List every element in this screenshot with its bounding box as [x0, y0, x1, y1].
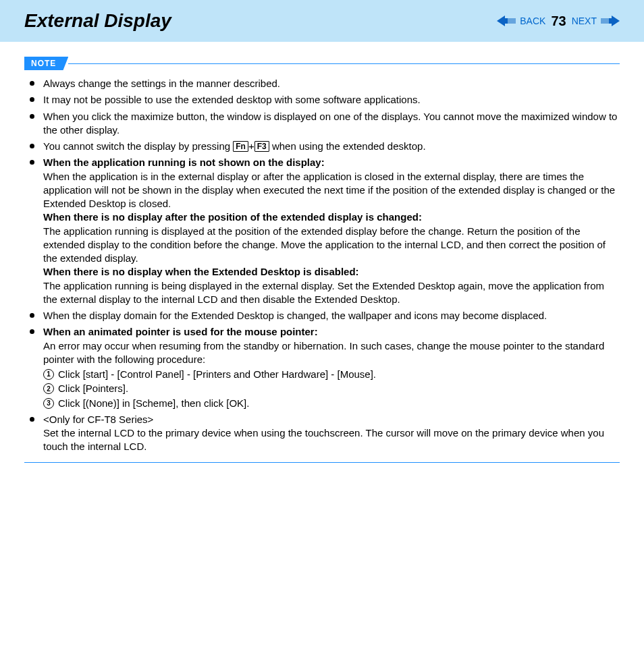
note-header: NOTE [24, 57, 620, 70]
note-list: Always change the settings in the manner… [24, 77, 620, 454]
svg-marker-3 [601, 18, 609, 24]
list-item: <Only for CF-T8 Series> Set the internal… [24, 413, 620, 454]
step-text: Click [Pointers]. [58, 382, 128, 395]
next-arrow-icon [601, 16, 620, 26]
list-item: When the application running is not show… [24, 156, 620, 306]
key-fn-icon: Fn [233, 141, 248, 152]
subheading: When the application running is not show… [43, 157, 325, 168]
note-rule [68, 63, 620, 64]
text: Set the internal LCD to the primary devi… [43, 427, 604, 452]
list-item: You cannot switch the display by pressin… [24, 140, 620, 153]
svg-marker-0 [497, 16, 508, 26]
step-number-icon: 1 [43, 369, 54, 380]
subheading: When there is no display when the Extend… [43, 266, 359, 277]
subheading: When there is no display after the posit… [43, 211, 422, 223]
step-text: Click [(None)] in [Scheme], then click [… [58, 397, 249, 410]
text: When the application is in the external … [43, 171, 615, 210]
back-arrow-icon [497, 16, 516, 26]
step-number-icon: 3 [43, 398, 54, 409]
step-row: 1Click [start] - [Control Panel] - [Prin… [43, 368, 620, 381]
key-f3-icon: F3 [254, 141, 269, 152]
page-number: 73 [551, 13, 566, 29]
list-item: When the display domain for the Extended… [24, 309, 620, 322]
step-row: 3Click [(None)] in [Scheme], then click … [43, 397, 620, 410]
numbered-steps: 1Click [start] - [Control Panel] - [Prin… [43, 368, 620, 410]
svg-marker-2 [609, 16, 620, 26]
list-item: It may not be possible to use the extend… [24, 93, 620, 107]
page-nav: BACK 73 NEXT [497, 13, 620, 29]
note-label: NOTE [24, 57, 68, 70]
text: when using the extended desktop. [269, 140, 426, 152]
list-item: When an animated pointer is used for the… [24, 325, 620, 410]
back-button[interactable]: BACK [497, 16, 545, 26]
text: The application running is being display… [43, 280, 604, 305]
text: <Only for CF-T8 Series> [43, 414, 153, 425]
text: You cannot switch the display by pressin… [43, 140, 233, 152]
list-item: Always change the settings in the manner… [24, 77, 620, 90]
text: An error may occur when resuming from th… [43, 340, 604, 365]
next-button[interactable]: NEXT [572, 16, 620, 26]
svg-marker-1 [508, 18, 516, 24]
page-title: External Display [24, 10, 171, 32]
text: The application running is displayed at … [43, 225, 606, 264]
plus-sign: + [248, 140, 254, 152]
step-row: 2Click [Pointers]. [43, 382, 620, 395]
list-item: When you click the maximize button, the … [24, 110, 620, 138]
step-text: Click [start] - [Control Panel] - [Print… [58, 368, 376, 381]
step-number-icon: 2 [43, 383, 54, 394]
subheading: When an animated pointer is used for the… [43, 326, 318, 337]
back-label: BACK [520, 16, 545, 26]
next-label: NEXT [572, 16, 597, 26]
bottom-rule [24, 462, 620, 463]
